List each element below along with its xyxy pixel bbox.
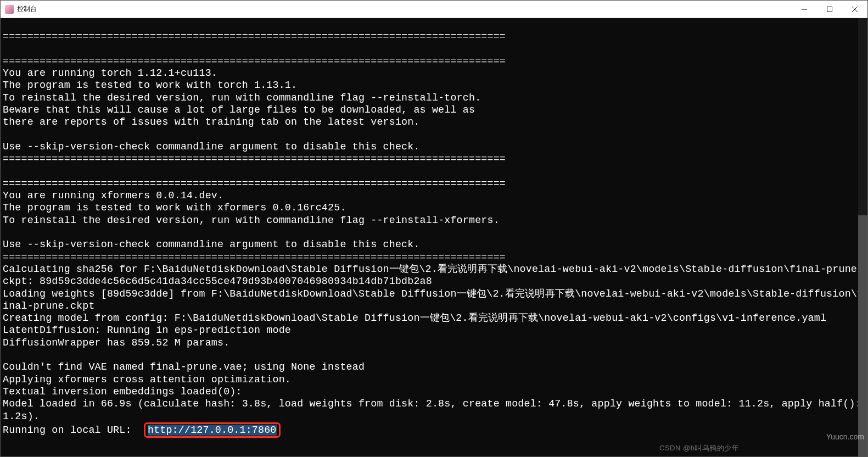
terminal-line: The program is tested to work with torch… [3, 80, 297, 91]
terminal-line: DiffusionWrapper has 859.52 M params. [3, 337, 229, 348]
terminal-line: LatentDiffusion: Running in eps-predicti… [3, 325, 291, 336]
terminal-area: ========================================… [1, 18, 867, 456]
app-icon [5, 5, 14, 14]
terminal-line: Loading weights [89d59c3dde] from F:\Bai… [3, 288, 863, 311]
watermark-author: CSDN @h叫乌鸦的少年 [659, 443, 739, 453]
minimize-button[interactable] [792, 1, 817, 18]
terminal-line: ========================================… [3, 31, 506, 42]
console-window: 控制台 ====================================… [0, 0, 868, 457]
maximize-button[interactable] [817, 1, 842, 18]
terminal-line: ========================================… [3, 252, 506, 263]
terminal-line: ========================================… [3, 153, 506, 164]
terminal-line: Couldn't find VAE named final-prune.vae;… [3, 361, 365, 372]
close-button[interactable] [842, 1, 867, 18]
terminal-line: Use --skip-version-check commandline arg… [3, 239, 420, 250]
terminal-line: ========================================… [3, 178, 506, 189]
terminal-line: To reinstall the desired version, run wi… [3, 92, 481, 103]
terminal-line: Running on local URL: http://127.0.0.1:7… [3, 425, 281, 436]
terminal-output[interactable]: ========================================… [1, 18, 867, 456]
local-url[interactable]: http://127.0.0.1:7860 [148, 425, 277, 436]
terminal-line: Applying xformers cross attention optimi… [3, 374, 291, 385]
titlebar[interactable]: 控制台 [1, 1, 867, 18]
terminal-line: Textual inversion embeddings loaded(0): [3, 386, 242, 397]
terminal-line: there are reports of issues with trainin… [3, 116, 420, 127]
terminal-line: Use --skip-version-check commandline arg… [3, 141, 420, 152]
terminal-line: Beware that this will cause a lot of lar… [3, 104, 475, 115]
terminal-line: Creating model from config: F:\BaiduNetd… [3, 313, 826, 324]
svg-rect-1 [827, 7, 832, 12]
terminal-line: Model loaded in 66.9s (calculate hash: 3… [3, 398, 867, 421]
terminal-line: You are running xformers 0.0.14.dev. [3, 190, 223, 201]
scrollbar-track[interactable] [858, 18, 867, 456]
terminal-line: To reinstall the desired version, run wi… [3, 215, 500, 226]
url-highlight-box: http://127.0.0.1:7860 [144, 422, 281, 438]
terminal-line: You are running torch 1.12.1+cu113. [3, 68, 217, 79]
terminal-line: Calculating sha256 for F:\BaiduNetdiskDo… [3, 264, 863, 287]
terminal-line: ========================================… [3, 55, 506, 66]
scrollbar-thumb[interactable] [858, 215, 867, 456]
terminal-line: The program is tested to work with xform… [3, 202, 346, 213]
watermark-site: Yuucn.com [826, 432, 864, 441]
window-title: 控制台 [17, 4, 37, 14]
